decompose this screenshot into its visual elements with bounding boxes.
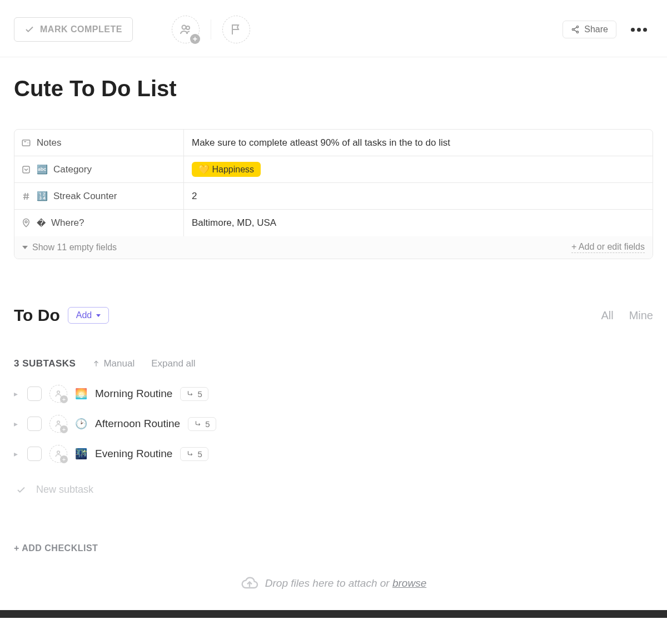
new-subtask-input[interactable] xyxy=(36,484,651,496)
svg-line-13 xyxy=(24,193,26,200)
arrow-up-icon xyxy=(92,360,100,368)
filter-all-tab[interactable]: All xyxy=(601,309,613,322)
expand-chevron-icon[interactable]: ▸ xyxy=(14,449,19,458)
cloud-upload-icon xyxy=(241,574,258,592)
expand-all-button[interactable]: Expand all xyxy=(151,358,195,369)
field-value-text[interactable]: 2 xyxy=(192,191,197,202)
caret-down-icon xyxy=(22,246,28,249)
assign-people-button[interactable]: + xyxy=(172,16,200,43)
plus-badge-icon: + xyxy=(60,395,68,403)
svg-point-18 xyxy=(57,421,60,424)
task-name[interactable]: Morning Routine xyxy=(95,388,172,400)
assignee-button[interactable]: + xyxy=(49,445,67,463)
share-icon xyxy=(571,25,580,34)
field-value[interactable]: Make sure to complete atleast 90% of all… xyxy=(184,130,653,156)
svg-point-19 xyxy=(57,451,60,454)
section-title: To Do xyxy=(14,306,60,325)
section-header: To Do Add All Mine xyxy=(14,306,653,325)
task-row: ▸ + 🌅 Morning Routine 5 xyxy=(14,385,653,403)
plus-badge-icon: + xyxy=(60,455,68,463)
dropzone-text: Drop files here to attach or browse xyxy=(265,577,426,589)
expand-chevron-icon[interactable]: ▸ xyxy=(14,389,19,398)
svg-line-14 xyxy=(27,193,28,200)
add-subtask-button[interactable]: Add xyxy=(68,307,109,324)
dot-icon xyxy=(643,28,647,32)
svg-point-0 xyxy=(182,26,186,29)
field-row: 🔢 Streak Counter 2 xyxy=(14,183,653,210)
assignee-button[interactable]: + xyxy=(49,385,67,403)
subtask-count-badge[interactable]: 5 xyxy=(180,387,208,401)
field-value[interactable]: 2 xyxy=(184,183,653,209)
field-name: Streak Counter xyxy=(53,191,117,202)
plus-badge-icon: + xyxy=(60,425,68,433)
mark-complete-button[interactable]: MARK COMPLETE xyxy=(14,17,133,42)
page-title[interactable]: Cute To Do List xyxy=(14,57,653,129)
subtask-count-number: 5 xyxy=(205,419,210,429)
attachment-dropzone[interactable]: Drop files here to attach or browse xyxy=(14,563,653,609)
text-icon xyxy=(21,138,31,148)
flag-icon xyxy=(230,23,243,36)
field-row: 🔤 Category 💛 Happiness xyxy=(14,156,653,183)
task-checkbox[interactable] xyxy=(27,447,42,461)
check-icon xyxy=(24,24,34,34)
subtask-count-badge[interactable]: 5 xyxy=(188,417,216,431)
field-value-text[interactable]: Make sure to complete atleast 90% of all… xyxy=(192,137,450,148)
field-label[interactable]: � Where? xyxy=(14,210,184,236)
task-name[interactable]: Afternoon Routine xyxy=(95,418,180,430)
show-empty-label: Show 11 empty fields xyxy=(32,242,117,252)
sort-button[interactable]: Manual xyxy=(92,358,135,369)
field-row: � Where? Baltimore, MD, USA xyxy=(14,210,653,236)
field-label[interactable]: 🔤 Category xyxy=(14,156,184,182)
field-value[interactable]: 💛 Happiness xyxy=(184,156,653,182)
subtask-icon xyxy=(186,450,194,458)
task-checkbox[interactable] xyxy=(27,417,42,431)
field-value[interactable]: Baltimore, MD, USA xyxy=(184,210,653,236)
field-label[interactable]: 🔢 Streak Counter xyxy=(14,183,184,209)
subtask-count: 3 SUBTASKS xyxy=(14,358,76,369)
svg-rect-10 xyxy=(23,166,29,173)
fields-footer: Show 11 empty fields + Add or edit field… xyxy=(14,236,653,259)
divider xyxy=(211,19,211,39)
add-edit-fields-button[interactable]: + Add or edit fields xyxy=(571,242,645,253)
task-emoji-icon: 🌃 xyxy=(75,448,87,460)
subtask-count-number: 5 xyxy=(197,449,202,459)
subtask-count-badge[interactable]: 5 xyxy=(180,447,208,461)
svg-line-6 xyxy=(574,30,577,32)
field-emoji-icon: � xyxy=(37,218,46,229)
task-emoji-icon: 🌅 xyxy=(75,388,87,400)
task-checkbox[interactable] xyxy=(27,387,42,401)
expand-chevron-icon[interactable]: ▸ xyxy=(14,419,19,428)
filter-tabs: All Mine xyxy=(601,309,653,322)
field-name: Category xyxy=(53,164,92,175)
show-empty-fields-toggle[interactable]: Show 11 empty fields xyxy=(22,242,117,252)
field-row: Notes Make sure to complete atleast 90% … xyxy=(14,130,653,156)
browse-link[interactable]: browse xyxy=(392,577,426,589)
svg-point-15 xyxy=(25,221,27,223)
category-tag[interactable]: 💛 Happiness xyxy=(192,162,261,177)
pin-icon xyxy=(21,218,31,228)
subtask-count-number: 5 xyxy=(197,389,202,399)
people-icon xyxy=(179,23,192,36)
subtask-toolbar: 3 SUBTASKS Manual Expand all xyxy=(14,358,653,369)
svg-point-17 xyxy=(57,391,60,394)
add-checklist-button[interactable]: + ADD CHECKLIST xyxy=(14,543,653,553)
more-menu-button[interactable] xyxy=(628,24,650,35)
dropdown-caret-icon xyxy=(96,314,101,317)
assignee-button[interactable]: + xyxy=(49,415,67,433)
plus-badge-icon: + xyxy=(190,34,200,44)
footer-bar xyxy=(0,610,667,618)
hash-icon xyxy=(21,191,31,201)
field-value-text[interactable]: Baltimore, MD, USA xyxy=(192,217,276,229)
check-icon xyxy=(16,485,26,495)
filter-mine-tab[interactable]: Mine xyxy=(629,309,653,322)
svg-point-1 xyxy=(186,26,190,29)
new-subtask-row[interactable] xyxy=(14,475,653,504)
field-label[interactable]: Notes xyxy=(14,130,184,156)
dot-icon xyxy=(631,28,635,32)
mark-complete-label: MARK COMPLETE xyxy=(40,24,122,34)
flag-priority-button[interactable] xyxy=(222,16,250,43)
task-row: ▸ + 🕑 Afternoon Routine 5 xyxy=(14,415,653,433)
share-button[interactable]: Share xyxy=(563,21,616,38)
task-name[interactable]: Evening Routine xyxy=(95,448,172,460)
field-name: Where? xyxy=(51,217,84,229)
